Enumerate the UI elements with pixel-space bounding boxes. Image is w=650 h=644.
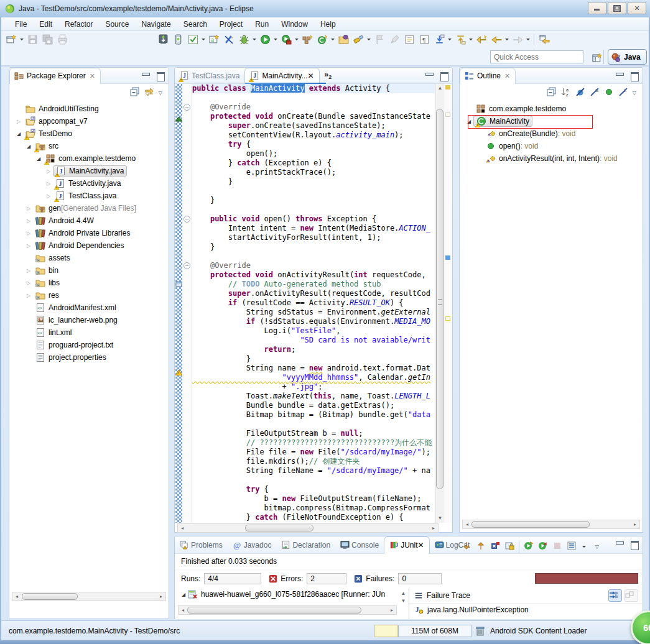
package-explorer-item[interactable]: ▷JMainActivity.java: [9, 165, 169, 177]
package-explorer-item[interactable]: ◢src: [9, 140, 169, 152]
test-hierarchy-icon[interactable]: [567, 541, 577, 553]
menu-project[interactable]: Project: [213, 18, 249, 30]
open-type-button[interactable]: [336, 32, 351, 47]
package-explorer-item[interactable]: ▷libs: [9, 277, 169, 289]
dropdown-caret-icon[interactable]: [330, 33, 336, 47]
close-tab-icon[interactable]: ✕: [308, 71, 314, 80]
sdk-manager-button[interactable]: [156, 32, 170, 47]
package-explorer-item[interactable]: ▷bin: [9, 264, 169, 277]
close-view-icon[interactable]: ✕: [90, 72, 95, 80]
minimize-bottom-button[interactable]: [615, 540, 624, 549]
dropdown-caret-icon[interactable]: [581, 540, 587, 553]
new-java-project-button[interactable]: [300, 32, 315, 47]
menu-navigate[interactable]: Navigate: [135, 18, 177, 30]
rerun-failures-icon[interactable]: [538, 541, 548, 553]
bottom-tab-javadoc[interactable]: @Javadoc: [228, 536, 277, 554]
collapse-all-icon[interactable]: [130, 87, 140, 99]
green-triangle-marker-icon[interactable]: [175, 115, 182, 121]
filter-stack-trace-button[interactable]: [608, 589, 622, 602]
menu-source[interactable]: Source: [99, 18, 135, 30]
package-explorer-item[interactable]: ◢JTestDemo: [9, 127, 169, 140]
code-editor[interactable]: ––– public class MainActivity extends Ac…: [175, 84, 452, 523]
menu-run[interactable]: Run: [249, 18, 275, 30]
fold-collapse-icon[interactable]: –: [183, 262, 190, 269]
open-perspective-button[interactable]: [590, 50, 605, 65]
mark-occurrences-button[interactable]: [402, 32, 417, 47]
view-menu-icon[interactable]: ▽: [633, 90, 636, 96]
warning-marker-icon[interactable]: [175, 369, 182, 375]
dropdown-caret-icon[interactable]: [447, 33, 453, 47]
link-with-editor-icon[interactable]: [144, 87, 154, 99]
editor-vscroll-thumb[interactable]: [436, 109, 443, 489]
package-explorer-item[interactable]: ic_launcher-web.png: [9, 314, 169, 326]
minimize-outline-button[interactable]: [615, 71, 624, 80]
editor-tab-testclass-java[interactable]: JTestClass.java: [175, 68, 244, 84]
new-android-project-button[interactable]: a: [207, 32, 221, 47]
dropdown-caret-icon[interactable]: [272, 33, 279, 47]
outline-item[interactable]: onCreate(Bundle) : void: [460, 127, 643, 140]
bottom-tab-junit[interactable]: JJUnit✕: [384, 536, 429, 554]
outline-view-tab[interactable]: Outline✕: [460, 68, 516, 84]
blue-box-marker-icon[interactable]: [175, 280, 182, 287]
bottom-tab-console[interactable]: Console: [335, 536, 384, 554]
run-button[interactable]: [258, 32, 272, 47]
minimize-button[interactable]: [588, 2, 606, 14]
editor-vscrollbar[interactable]: ▲▼: [435, 84, 444, 523]
tree-collapsed-icon[interactable]: ▷: [24, 231, 33, 236]
tree-collapsed-icon[interactable]: ▷: [44, 168, 53, 174]
avd-manager-button[interactable]: [170, 32, 185, 47]
dropdown-caret-icon[interactable]: [525, 33, 531, 47]
restore-button[interactable]: [608, 2, 626, 14]
menu-refactor[interactable]: Refactor: [58, 18, 99, 30]
sort-icon[interactable]: az: [561, 87, 571, 99]
overview-annotation-marker[interactable]: [445, 255, 450, 260]
overview-annotation-marker[interactable]: [445, 316, 450, 321]
package-explorer-item[interactable]: ▷JTestClass.java: [9, 190, 169, 202]
package-explorer-hscrollbar[interactable]: ◂▸: [12, 592, 166, 601]
tree-collapsed-icon[interactable]: ▷: [44, 181, 53, 186]
dropdown-caret-icon[interactable]: [294, 33, 300, 47]
outline-hscrollbar[interactable]: ◂▸: [462, 520, 640, 529]
bottom-tab-declaration[interactable]: Declaration: [276, 536, 335, 554]
quick-access-input[interactable]: [490, 50, 583, 63]
more-editors-chevron[interactable]: »2: [325, 70, 332, 80]
maximize-editor-button[interactable]: [439, 71, 449, 80]
menu-file[interactable]: File: [9, 18, 33, 30]
package-explorer-item[interactable]: assets: [9, 252, 169, 264]
hide-non-public-icon[interactable]: [604, 87, 614, 99]
package-explorer-item[interactable]: ▷gen [Generated Java Files]: [9, 202, 169, 214]
package-explorer-item[interactable]: ▷Android Dependencies: [9, 239, 169, 252]
tree-collapsed-icon[interactable]: ▷: [24, 206, 33, 211]
dropdown-caret-icon[interactable]: [366, 33, 372, 47]
tree-expanded-icon[interactable]: ◢: [179, 592, 188, 597]
outline-item[interactable]: com.example.testdemo: [460, 103, 643, 115]
rerun-tests-icon[interactable]: [524, 541, 534, 553]
dropdown-caret-icon[interactable]: [504, 33, 510, 47]
close-button[interactable]: ✕: [628, 2, 646, 14]
tree-collapsed-icon[interactable]: ▷: [14, 119, 23, 124]
package-explorer-item[interactable]: ◢com.example.testdemo: [9, 152, 169, 165]
previous-failure-icon[interactable]: [476, 541, 486, 553]
package-explorer-item[interactable]: ▷Android 4.4W: [9, 214, 169, 227]
maximize-bottom-button[interactable]: [629, 540, 639, 549]
scroll-lock-icon[interactable]: [504, 541, 514, 553]
menu-search[interactable]: Search: [177, 18, 213, 30]
view-menu-icon[interactable]: ▽: [595, 544, 599, 550]
garbage-collect-icon[interactable]: [475, 625, 485, 638]
dropdown-caret-icon[interactable]: [468, 33, 474, 47]
tree-collapsed-icon[interactable]: ▷: [24, 243, 33, 249]
tree-collapsed-icon[interactable]: ▷: [24, 280, 33, 286]
maximize-outline-button[interactable]: [629, 71, 639, 80]
dropdown-caret-icon[interactable]: [19, 33, 25, 47]
overview-annotation-marker[interactable]: [445, 85, 450, 90]
package-explorer-item[interactable]: <>lint.xml: [9, 326, 169, 339]
tree-collapsed-icon[interactable]: ▷: [24, 218, 33, 224]
tree-expanded-icon[interactable]: ◢: [34, 156, 43, 162]
maximize-view-button[interactable]: [156, 71, 165, 80]
view-menu-icon[interactable]: ▽: [159, 90, 162, 96]
show-failures-only-icon[interactable]: [490, 541, 500, 553]
package-explorer-item[interactable]: ▷JTestActivity.java: [9, 177, 169, 190]
run-checkbox-button[interactable]: [185, 32, 200, 47]
menu-help[interactable]: Help: [314, 18, 342, 30]
test-suite-item[interactable]: ◢ huawei-huawei_g660_l075-581f286aacec […: [175, 588, 409, 600]
